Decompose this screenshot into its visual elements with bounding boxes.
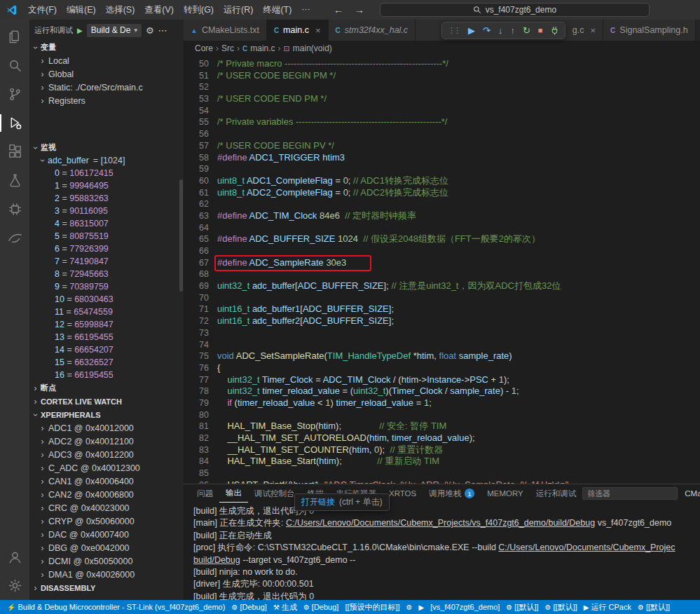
breadcrumb-item[interactable]: ⊡main(void): [284, 43, 332, 53]
menu-item[interactable]: 编辑(E): [62, 2, 101, 18]
code-editor[interactable]: 50/* Private macro ---------------------…: [184, 56, 700, 484]
launch-gear-icon[interactable]: ⚙: [146, 25, 154, 36]
extensions-icon[interactable]: [0, 137, 29, 166]
panel-tab[interactable]: 调试控制台: [248, 484, 301, 503]
peripheral-item[interactable]: ›DBG @ 0xe0042000: [29, 541, 184, 554]
editor-tab[interactable]: ▲CMakeLists.txt: [184, 20, 267, 41]
breadcrumb-item[interactable]: Src: [221, 43, 234, 53]
menu-item[interactable]: ···: [296, 2, 315, 18]
watch-array-element[interactable]: 14 = 66654207: [29, 343, 184, 356]
panel-tab[interactable]: MEMORY: [481, 484, 530, 503]
status-item[interactable]: ⚙: [404, 600, 416, 614]
watch-array-element[interactable]: 4 = 86315007: [29, 217, 184, 230]
peripheral-item[interactable]: ›DAC @ 0x40007400: [29, 528, 184, 541]
stop-icon[interactable]: ■: [538, 27, 543, 34]
status-item[interactable]: ⚡Build & Debug Microcontroller - ST-Link…: [4, 600, 228, 614]
explorer-icon[interactable]: [0, 22, 29, 51]
menu-item[interactable]: 运行(R): [219, 2, 258, 18]
search-view-icon[interactable]: [0, 51, 29, 80]
launch-config-select[interactable]: Build & De ▾: [87, 24, 142, 37]
step-over-icon[interactable]: ↷: [483, 26, 490, 35]
output-console[interactable]: [build] 生成完成，退出代码为 0[main] 正在生成文件夹: C:/U…: [184, 503, 700, 600]
panel-tab[interactable]: 运行和调试: [530, 484, 583, 503]
panel-tab[interactable]: 输出: [219, 484, 248, 503]
status-item[interactable]: ⚙[[默认]]: [542, 600, 580, 614]
close-icon[interactable]: ×: [591, 25, 596, 36]
restart-icon[interactable]: ↻: [523, 26, 530, 35]
status-item[interactable]: [vs_f407zgt6_demo]: [427, 600, 502, 614]
account-icon[interactable]: [0, 543, 29, 571]
xperipherals-section-header[interactable]: ›XPERIPHERALS: [29, 408, 184, 421]
variables-scope[interactable]: ›Static: ./Core/Src/main.c: [29, 81, 184, 94]
watch-array-element[interactable]: 11 = 65474559: [29, 306, 184, 318]
watch-section-header[interactable]: ›监视: [29, 141, 184, 154]
disconnect-icon[interactable]: [550, 26, 559, 35]
drag-handle-icon[interactable]: ⋮⋮: [448, 26, 459, 35]
peripheral-item[interactable]: ›ADC3 @ 0x40012200: [29, 448, 184, 461]
breadcrumb-item[interactable]: Cmain.c: [242, 43, 275, 53]
testing-flask-icon[interactable]: [0, 166, 29, 195]
variables-scope[interactable]: ›Local: [29, 54, 184, 67]
status-item[interactable]: ⚙[Debug]: [301, 600, 342, 614]
stmicroelectronics-logo-icon[interactable]: [0, 224, 29, 252]
watch-array-element[interactable]: 9 = 70389759: [29, 280, 184, 293]
watch-array-element[interactable]: 0 = 106172415: [29, 167, 184, 179]
filter-input[interactable]: [582, 487, 678, 500]
watch-array-element[interactable]: 2 = 95883263: [29, 192, 184, 205]
watch-array-element[interactable]: 3 = 90116095: [29, 205, 184, 217]
menu-item[interactable]: 选择(S): [101, 2, 140, 18]
editor-tab[interactable]: CSignalSampling.h: [603, 20, 696, 41]
peripheral-item[interactable]: ›CRYP @ 0x50060000: [29, 514, 184, 528]
status-item[interactable]: ▶运行 CPack: [581, 600, 634, 614]
back-button[interactable]: ←: [334, 4, 343, 15]
watch-array-element[interactable]: 5 = 80875519: [29, 230, 184, 243]
peripheral-item[interactable]: ›C_ADC @ 0x40012300: [29, 461, 184, 475]
start-debug-button[interactable]: ▶: [77, 27, 83, 34]
peripheral-item[interactable]: ›CAN2 @ 0x40006800: [29, 488, 184, 501]
status-item[interactable]: ⚙[Debug]: [228, 600, 270, 614]
watch-array-element[interactable]: 13 = 66195455: [29, 331, 184, 343]
editor-tab[interactable]: Cmain.c×: [267, 20, 329, 41]
peripheral-item[interactable]: ›ADC2 @ 0x40012100: [29, 435, 184, 448]
breadcrumb-item[interactable]: Core: [195, 43, 213, 53]
panel-tab[interactable]: 问题: [191, 484, 219, 503]
output-link[interactable]: C:/Users/Lenovo/Documents/Cubemx_Project…: [286, 518, 595, 528]
status-item[interactable]: ⚙[[默认]]: [635, 600, 673, 614]
continue-icon[interactable]: ▶: [468, 26, 475, 35]
watch-array-element[interactable]: 10 = 68030463: [29, 293, 184, 306]
watch-array-element[interactable]: 8 = 72945663: [29, 268, 184, 280]
settings-gear-icon[interactable]: [0, 571, 29, 600]
step-out-icon[interactable]: ↑: [510, 26, 515, 35]
breakpoints-section-header[interactable]: ›断点: [29, 381, 184, 395]
watch-array-element[interactable]: 1 = 99946495: [29, 179, 184, 192]
peripheral-item[interactable]: ›CRC @ 0x40023000: [29, 501, 184, 514]
status-item[interactable]: [[预设中的目标]]: [342, 600, 402, 614]
output-link[interactable]: C:/Users/Lenovo/Documents/Cubemx_Projec: [498, 543, 675, 552]
peripheral-item[interactable]: ›DCMI @ 0x50050000: [29, 554, 184, 568]
watch-array-element[interactable]: 12 = 65998847: [29, 318, 184, 331]
peripheral-item[interactable]: ›DMA1 @ 0x40026000: [29, 568, 184, 581]
stm32-chip-icon[interactable]: [0, 195, 29, 224]
menu-item[interactable]: 终端(T): [258, 2, 296, 18]
panel-tab[interactable]: 调用堆栈1: [423, 484, 481, 503]
more-actions-icon[interactable]: ⋯: [158, 25, 167, 36]
menu-item[interactable]: 文件(F): [23, 2, 62, 18]
editor-tab[interactable]: Cstm32f4xx_hal.c: [329, 20, 416, 41]
sidebar-scrollbar[interactable]: [179, 179, 183, 292]
status-item[interactable]: ⚙[[默认]]: [503, 600, 541, 614]
watch-array-element[interactable]: 7 = 74190847: [29, 255, 184, 268]
variables-scope[interactable]: ›Registers: [29, 94, 184, 107]
menu-item[interactable]: 查看(V): [139, 2, 179, 18]
status-item[interactable]: ▶: [416, 600, 427, 614]
command-center-search[interactable]: vs_f407zgt6_demo: [380, 3, 650, 17]
watch-array-element[interactable]: 15 = 66326527: [29, 356, 184, 369]
output-channel-select[interactable]: CMake/…: [685, 489, 700, 498]
menu-item[interactable]: 转到(G): [179, 2, 219, 18]
close-icon[interactable]: ×: [315, 25, 321, 36]
peripheral-item[interactable]: ›CAN1 @ 0x40006400: [29, 475, 184, 488]
tooltip-link-text[interactable]: 打开链接: [301, 496, 335, 508]
disassembly-section-header[interactable]: ›DISASSEMBLY: [29, 581, 184, 594]
step-into-icon[interactable]: ↓: [498, 26, 503, 35]
watch-array-element[interactable]: 6 = 77926399: [29, 243, 184, 255]
run-and-debug-icon[interactable]: [0, 109, 29, 137]
